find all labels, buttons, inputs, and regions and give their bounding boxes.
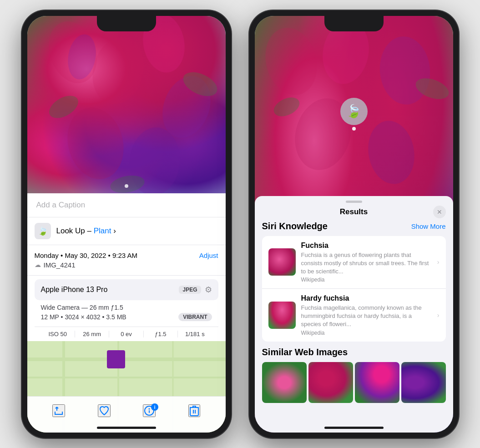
svg-rect-16 (107, 350, 125, 368)
sheet-header: Results ✕ (255, 203, 453, 221)
siri-knowledge-header: Siri Knowledge Show More (262, 221, 446, 232)
phones-container: Add a Caption 🍃 Look Up – Plant › Monday… (22, 10, 459, 438)
svg-point-25 (377, 34, 433, 106)
lookup-dot (352, 127, 356, 131)
visual-lookup-overlay[interactable]: 🍃 (340, 98, 368, 131)
hardy-info: Hardy fuchsia Fuchsia magellanica, commo… (301, 294, 432, 336)
favorite-button[interactable] (98, 404, 111, 417)
screen-1: Add a Caption 🍃 Look Up – Plant › Monday… (27, 16, 226, 433)
caption-area[interactable]: Add a Caption (27, 193, 226, 217)
sheet-content[interactable]: Siri Knowledge Show More Fuchsia Fuchsia… (255, 221, 453, 433)
siri-item-fuchsia[interactable]: Fuchsia Fuchsia is a genus of flowering … (262, 236, 446, 289)
resolution-text: 12 MP • 3024 × 4032 • 3.5 MB (41, 313, 126, 321)
camera-specs: Wide Camera — 26 mm ƒ1.5 12 MP • 3024 × … (35, 300, 218, 327)
hardy-chevron: › (437, 312, 440, 319)
fuchsia-thumbnail (268, 248, 296, 276)
hardy-thumbnail (268, 302, 296, 329)
lookup-icon: 🍃 (35, 223, 51, 239)
fuchsia-source: Wikipedia (301, 277, 432, 283)
home-indicator-2 (324, 427, 384, 429)
date-text: Monday • May 30, 2022 • 9:23 AM (35, 252, 137, 259)
web-image-3[interactable] (355, 362, 399, 403)
web-images-title: Similar Web Images (262, 347, 446, 357)
adjust-button[interactable]: Adjust (199, 252, 218, 259)
web-images-grid (262, 362, 446, 403)
photo-view[interactable] (27, 16, 226, 193)
hardy-source: Wikipedia (301, 330, 432, 336)
filename: IMG_4241 (44, 261, 76, 269)
web-image-2[interactable] (308, 362, 353, 403)
metadata-section: Monday • May 30, 2022 • 9:23 AM Adjust ☁… (27, 245, 226, 276)
format-badges: JPEG ⚙ (179, 285, 212, 295)
hardy-thumb-bg (268, 302, 296, 329)
fuchsia-info: Fuchsia Fuchsia is a genus of flowering … (301, 242, 432, 283)
exif-focal: 26 mm (75, 331, 109, 337)
siri-knowledge-card: Fuchsia Fuchsia is a genus of flowering … (262, 236, 446, 342)
svg-point-2 (85, 31, 151, 110)
caption-placeholder[interactable]: Add a Caption (36, 201, 86, 209)
delete-button[interactable] (188, 404, 200, 417)
fuchsia-name: Fuchsia (301, 242, 432, 250)
web-image-1[interactable] (262, 362, 307, 403)
phone-1: Add a Caption 🍃 Look Up – Plant › Monday… (22, 10, 231, 438)
sheet-title: Results (340, 207, 368, 216)
share-button[interactable] (52, 404, 65, 417)
fuchsia-chevron: › (437, 258, 440, 266)
page-dot (125, 184, 128, 188)
style-badge: VIBRANT (178, 313, 212, 321)
notch-2 (324, 16, 384, 31)
date-row: Monday • May 30, 2022 • 9:23 AM Adjust (35, 252, 218, 259)
hardy-desc: Fuchsia magellanica, commonly known as t… (301, 304, 432, 329)
fuchsia-thumb-bg (268, 248, 296, 276)
cloud-icon: ☁ (35, 261, 41, 268)
close-button[interactable]: ✕ (433, 206, 446, 218)
exif-ev: 0 ev (109, 331, 143, 337)
siri-item-hardy[interactable]: Hardy fuchsia Fuchsia magellanica, commo… (262, 288, 446, 342)
resolution-row: 12 MP • 3024 × 4032 • 3.5 MB VIBRANT (41, 313, 212, 321)
show-more-button[interactable]: Show More (411, 222, 446, 230)
device-name: Apple iPhone 13 Pro (41, 286, 108, 294)
notch-1 (97, 16, 156, 31)
format-badge: JPEG (179, 286, 201, 294)
lookup-circle: 🍃 (340, 98, 368, 125)
web-image-4[interactable] (401, 362, 446, 403)
fuchsia-desc: Fuchsia is a genus of flowering plants t… (301, 251, 432, 276)
svg-point-5 (60, 101, 131, 186)
lookup-row[interactable]: 🍃 Look Up – Plant › (27, 217, 226, 245)
device-section: Apple iPhone 13 Pro JPEG ⚙ Wide Camera —… (27, 276, 226, 341)
flower-decoration (27, 16, 226, 193)
siri-knowledge-title: Siri Knowledge (262, 221, 328, 232)
phone-2: 🍃 Results ✕ Siri Knowledge Sho (249, 10, 459, 438)
svg-point-23 (258, 22, 324, 101)
svg-rect-20 (190, 408, 198, 416)
screen-2: 🍃 Results ✕ Siri Knowledge Sho (255, 16, 453, 433)
device-row: Apple iPhone 13 Pro JPEG ⚙ (35, 279, 218, 300)
svg-point-28 (271, 94, 303, 120)
exif-row: ISO 50 26 mm 0 ev ƒ1.5 1/181 s (35, 327, 218, 341)
camera-type-row: Wide Camera — 26 mm ƒ1.5 (41, 304, 212, 311)
settings-icon: ⚙ (205, 285, 212, 295)
info-badge: i (151, 403, 158, 411)
lookup-text: Look Up – Plant › (56, 227, 116, 236)
hardy-name: Hardy fuchsia (301, 294, 432, 302)
exif-shutter: 1/181 s (177, 331, 212, 337)
svg-point-27 (363, 117, 419, 187)
exif-aperture: ƒ1.5 (143, 331, 177, 337)
camera-type: Wide Camera — 26 mm ƒ1.5 (41, 304, 123, 311)
exif-iso: ISO 50 (41, 331, 75, 337)
home-indicator-1 (97, 427, 156, 429)
results-sheet: Results ✕ Siri Knowledge Show More (255, 196, 453, 433)
lookup-subject[interactable]: Plant (94, 227, 111, 235)
info-button[interactable]: i (143, 404, 156, 417)
